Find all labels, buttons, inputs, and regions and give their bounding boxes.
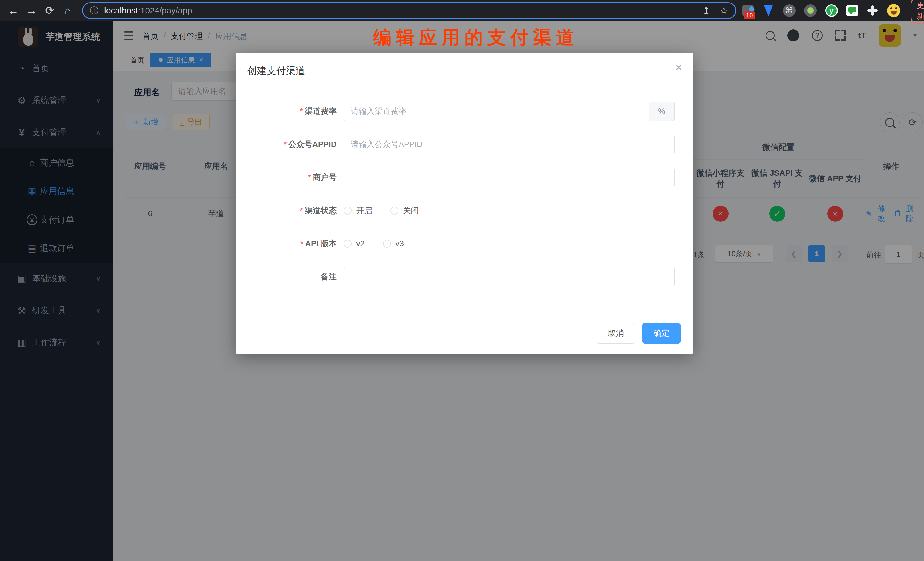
annotation-text: 编辑应用的支付渠道	[373, 25, 579, 50]
radio-icon	[344, 240, 352, 248]
browser-update-button[interactable]: 更新	[910, 0, 924, 24]
dialog-footer: 取消 确定	[597, 323, 681, 344]
radio-status-closed[interactable]: 关闭	[390, 205, 419, 216]
remark-input[interactable]	[344, 267, 675, 286]
screen: ← → ⟳ ⌂ ⓘ localhost :1024/pay/app ↥ ☆ ◆ …	[0, 0, 924, 561]
extensions-row: ◆ 10 ⌘ y 更新 ⋮	[742, 0, 924, 21]
extension-y-icon[interactable]: y	[825, 4, 838, 17]
share-icon[interactable]: ↥	[702, 5, 710, 16]
percent-suffix: %	[649, 102, 675, 121]
form-row-channel-status: *渠道状态 开启 关闭	[236, 201, 693, 220]
browser-forward-icon[interactable]: →	[23, 0, 39, 21]
channel-rate-input[interactable]	[344, 102, 649, 121]
url-host: localhost	[104, 6, 138, 15]
extension-diamond-icon[interactable]: ◆ 10	[742, 4, 754, 17]
address-bar[interactable]: ⓘ localhost :1024/pay/app ↥ ☆	[82, 2, 736, 19]
dialog-form: *渠道费率 % *公众号APPID *商户号 *渠道状态	[236, 102, 693, 300]
browser-back-icon[interactable]: ←	[5, 0, 21, 21]
form-row-appid: *公众号APPID	[236, 135, 693, 154]
radio-api-v3[interactable]: v3	[383, 239, 404, 248]
official-account-appid-input[interactable]	[344, 135, 675, 154]
dialog-title: 创建支付渠道	[247, 64, 305, 78]
radio-status-open[interactable]: 开启	[344, 205, 372, 216]
browser-profile-avatar[interactable]	[887, 4, 900, 17]
form-row-channel-rate: *渠道费率 %	[236, 102, 693, 121]
extension-badge: 10	[744, 11, 755, 20]
form-row-api-version: *API 版本 v2 v3	[236, 234, 693, 254]
close-icon[interactable]: ×	[675, 62, 682, 74]
create-payment-channel-dialog: 创建支付渠道 × *渠道费率 % *公众号APPID *商户号	[236, 52, 693, 354]
browser-home-icon[interactable]: ⌂	[60, 0, 76, 21]
extension-chat-icon[interactable]	[846, 4, 858, 17]
form-row-merchant-id: *商户号	[236, 168, 693, 187]
cancel-button[interactable]: 取消	[597, 323, 635, 344]
browser-reload-icon[interactable]: ⟳	[42, 0, 58, 21]
radio-icon	[344, 207, 352, 214]
bookmark-star-icon[interactable]: ☆	[720, 5, 728, 16]
url-path: :1024/pay/app	[138, 6, 192, 15]
form-row-remark: 备注	[236, 267, 693, 286]
extension-dot-icon[interactable]	[804, 4, 817, 17]
site-info-icon[interactable]: ⓘ	[90, 5, 99, 16]
confirm-button[interactable]: 确定	[642, 323, 681, 344]
radio-icon	[390, 207, 398, 214]
extensions-puzzle-icon[interactable]	[867, 4, 879, 17]
browser-chrome: ← → ⟳ ⌂ ⓘ localhost :1024/pay/app ↥ ☆ ◆ …	[0, 0, 924, 21]
radio-api-v2[interactable]: v2	[344, 239, 365, 248]
extension-kite-icon[interactable]	[762, 4, 774, 17]
extension-command-icon[interactable]: ⌘	[783, 4, 796, 17]
radio-icon	[383, 240, 391, 248]
merchant-id-input[interactable]	[344, 168, 675, 187]
